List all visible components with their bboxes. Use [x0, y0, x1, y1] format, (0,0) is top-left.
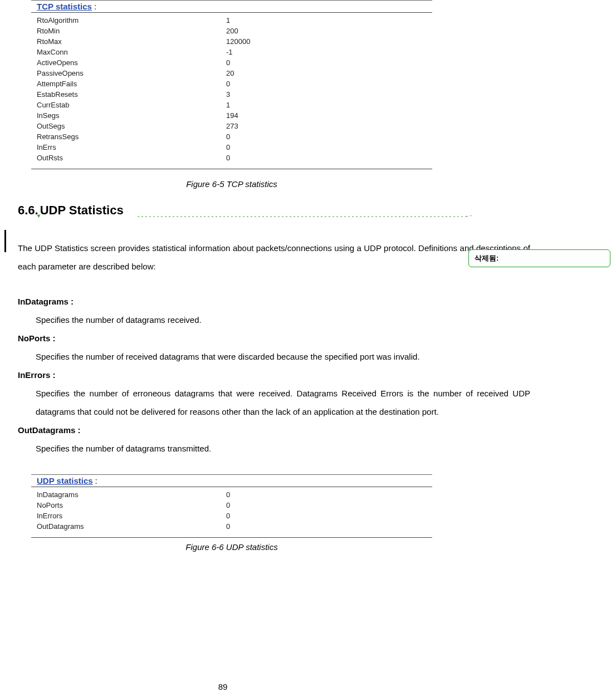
table-row: ActiveOpens0 [31, 57, 432, 68]
table-row: OutSegs273 [31, 121, 432, 131]
stat-key: OutSegs [37, 122, 226, 130]
document-page: TCP statistics : RtoAlgorithm1RtoMin200R… [0, 0, 616, 697]
stat-value: 200 [226, 27, 238, 35]
tcp-panel-bottom-rule [31, 169, 432, 169]
tcp-rows: RtoAlgorithm1RtoMin200RtoMax120000MaxCon… [31, 13, 432, 166]
definition-term: NoPorts : [18, 329, 530, 347]
stat-value: 0 [226, 522, 230, 531]
definition-term: OutDatagrams : [18, 421, 530, 439]
table-row: RtoAlgorithm1 [31, 15, 432, 26]
stat-value: 0 [226, 143, 230, 151]
stat-key: RetransSegs [37, 132, 226, 141]
stat-value: 0 [226, 154, 230, 162]
tcp-statistics-panel: TCP statistics : RtoAlgorithm1RtoMin200R… [31, 0, 432, 169]
table-row: RtoMin200 [31, 26, 432, 36]
stat-key: InSegs [37, 111, 226, 120]
figure-caption-udp: Figure 6-6 UDP statistics [31, 542, 432, 552]
stat-key: PassiveOpens [37, 69, 226, 77]
stat-key: ActiveOpens [37, 58, 226, 67]
stat-value: 0 [226, 80, 230, 88]
table-row: InSegs194 [31, 110, 432, 121]
comment-leader-line [138, 215, 483, 227]
section-title: UDP Statistics [40, 203, 124, 217]
stat-value: 1 [226, 16, 230, 24]
table-row: InErrs0 [31, 142, 432, 153]
definition-description: Specifies the number of erroneous datagr… [36, 384, 530, 421]
table-row: AttemptFails0 [31, 78, 432, 89]
udp-panel-title-row: UDP statistics : [31, 475, 432, 487]
tcp-panel-title-row: TCP statistics : [31, 1, 432, 13]
comment-label: 삭제됨: [475, 253, 498, 263]
svg-line-1 [466, 215, 483, 217]
section-number: 6.6. [18, 203, 38, 217]
stat-key: OutRsts [37, 154, 226, 162]
stat-value: 0 [226, 132, 230, 141]
table-row: OutRsts0 [31, 153, 432, 163]
stat-key: OutDatagrams [37, 522, 226, 531]
stat-value: 194 [226, 111, 238, 120]
stat-key: NoPorts [37, 501, 226, 509]
definition-list: InDatagrams :Specifies the number of dat… [18, 292, 530, 458]
table-row: EstabResets3 [31, 89, 432, 100]
table-row: CurrEstab1 [31, 100, 432, 110]
content-column: TCP statistics : RtoAlgorithm1RtoMin200R… [9, 0, 532, 552]
udp-statistics-panel: UDP statistics : InDatagrams0NoPorts0InE… [31, 474, 432, 538]
colon-text: : [94, 2, 96, 11]
table-row: MaxConn-1 [31, 47, 432, 57]
section-heading: 6.6.▾UDP Statistics [18, 203, 124, 218]
table-row: RtoMax120000 [31, 36, 432, 47]
stat-value: 20 [226, 69, 234, 77]
definition-description: Specifies the number of datagrams receiv… [36, 311, 530, 329]
stat-key: InErrs [37, 143, 226, 151]
udp-panel-title: UDP statistics [37, 476, 93, 485]
stat-key: EstabResets [37, 90, 226, 99]
stat-key: MaxConn [37, 48, 226, 56]
stat-key: RtoMin [37, 27, 226, 35]
stat-key: InErrors [37, 512, 226, 520]
stat-value: 0 [226, 501, 230, 509]
stat-value: 1 [226, 101, 230, 109]
stat-value: -1 [226, 48, 233, 56]
table-row: OutDatagrams0 [31, 521, 432, 532]
stat-value: 0 [226, 490, 230, 499]
table-row: RetransSegs0 [31, 131, 432, 142]
stat-value: 273 [226, 122, 238, 130]
section-heading-row: 6.6.▾UDP Statistics [18, 203, 532, 218]
udp-panel-bottom-rule [31, 537, 432, 538]
definition-term: InErrors : [18, 366, 530, 384]
page-number: 89 [0, 682, 446, 691]
stat-key: AttemptFails [37, 80, 226, 88]
table-row: InDatagrams0 [31, 489, 432, 500]
stat-key: RtoAlgorithm [37, 16, 226, 24]
insertion-mark-icon: ▾ [37, 213, 40, 219]
tcp-panel-title: TCP statistics [37, 2, 92, 11]
section-intro-paragraph: The UDP Statistics screen provides stati… [18, 239, 530, 276]
stat-key: RtoMax [37, 37, 226, 46]
stat-value: 3 [226, 90, 230, 99]
definition-description: Specifies the number of received datagra… [36, 347, 530, 366]
definition-term: InDatagrams : [18, 292, 530, 311]
table-row: InErrors0 [31, 511, 432, 521]
table-row: PassiveOpens20 [31, 68, 432, 78]
stat-key: InDatagrams [37, 490, 226, 499]
definition-description: Specifies the number of datagrams transm… [36, 439, 530, 458]
table-row: NoPorts0 [31, 500, 432, 511]
udp-rows: InDatagrams0NoPorts0InErrors0OutDatagram… [31, 487, 432, 535]
stat-value: 120000 [226, 37, 250, 46]
colon-text: : [95, 476, 97, 485]
stat-value: 0 [226, 512, 230, 520]
figure-caption-tcp: Figure 6-5 TCP statistics [31, 179, 432, 189]
stat-value: 0 [226, 58, 230, 67]
stat-key: CurrEstab [37, 101, 226, 109]
track-change-comment[interactable]: 삭제됨: [468, 249, 610, 267]
revision-bar [4, 230, 6, 252]
